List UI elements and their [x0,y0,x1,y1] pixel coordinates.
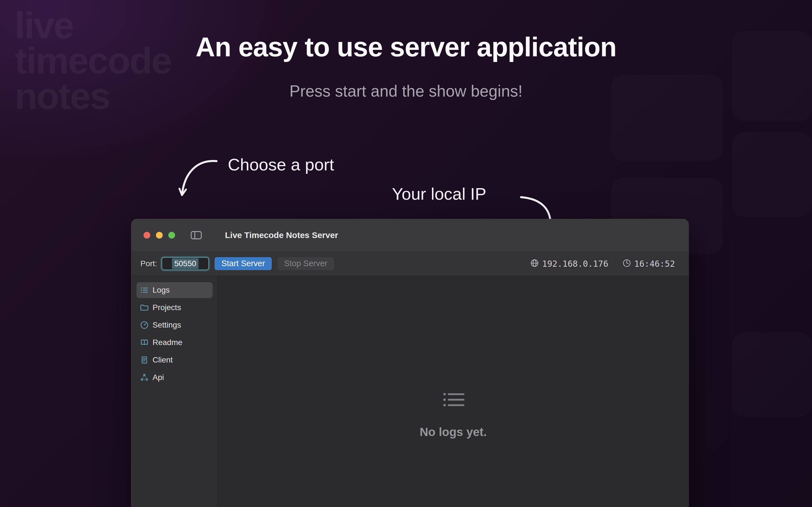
stop-server-button[interactable]: Stop Server [277,257,334,270]
toolbar: Port: 50550 Start Server Stop Server 192… [132,251,689,276]
gauge-icon [140,321,149,329]
app-window: Live Timecode Notes Server Port: 50550 S… [131,219,689,507]
close-button[interactable] [144,232,150,238]
sidebar-item-settings[interactable]: Settings [137,317,213,333]
sidebar: Logs Projects Settings [132,276,218,507]
window-body: Logs Projects Settings [132,276,689,507]
clock-value: 16:46:52 [635,259,675,269]
api-icon [140,373,149,382]
globe-icon [530,259,539,269]
sidebar-item-label: Client [153,355,173,364]
sidebar-item-projects[interactable]: Projects [137,300,213,316]
arrow-choose-port [182,161,216,194]
folder-icon [140,303,149,312]
background-tile [732,132,812,217]
sidebar-item-label: Api [153,373,164,382]
empty-state-text: No logs yet. [419,425,487,439]
port-label: Port: [140,259,157,268]
sidebar-item-label: Logs [153,286,170,295]
minimize-button[interactable] [156,232,163,238]
sidebar-item-readme[interactable]: Readme [137,335,213,350]
list-icon [140,286,149,294]
hero-subtitle: Press start and the show begins! [0,82,812,100]
clock-icon [622,259,631,269]
annotation-local-ip: Your local IP [392,184,486,204]
window-title: Live Timecode Notes Server [225,219,338,251]
sidebar-item-client[interactable]: Client [137,352,213,368]
hero-title: An easy to use server application [0,32,812,62]
port-input[interactable]: 50550 [161,257,209,270]
traffic-lights [144,232,175,238]
logs-content: No logs yet. [218,276,689,507]
book-icon [140,338,149,347]
toolbar-status: 192.168.0.176 16:46:52 [530,251,675,276]
sidebar-item-label: Settings [153,321,181,330]
sidebar-toggle-icon[interactable] [191,231,202,241]
client-icon [140,356,149,364]
background-tile [732,332,812,417]
annotation-choose-port: Choose a port [228,155,334,174]
logs-empty-icon [442,391,464,408]
start-server-button[interactable]: Start Server [214,257,272,270]
titlebar: Live Timecode Notes Server [132,219,689,251]
sidebar-item-api[interactable]: Api [137,370,213,385]
logs-empty-state: No logs yet. [419,391,487,439]
sidebar-item-label: Projects [153,303,181,312]
port-value: 50550 [172,258,199,269]
sidebar-item-label: Readme [153,338,183,347]
local-ip-value: 192.168.0.176 [542,259,608,269]
sidebar-item-logs[interactable]: Logs [137,282,213,298]
zoom-button[interactable] [168,232,175,238]
